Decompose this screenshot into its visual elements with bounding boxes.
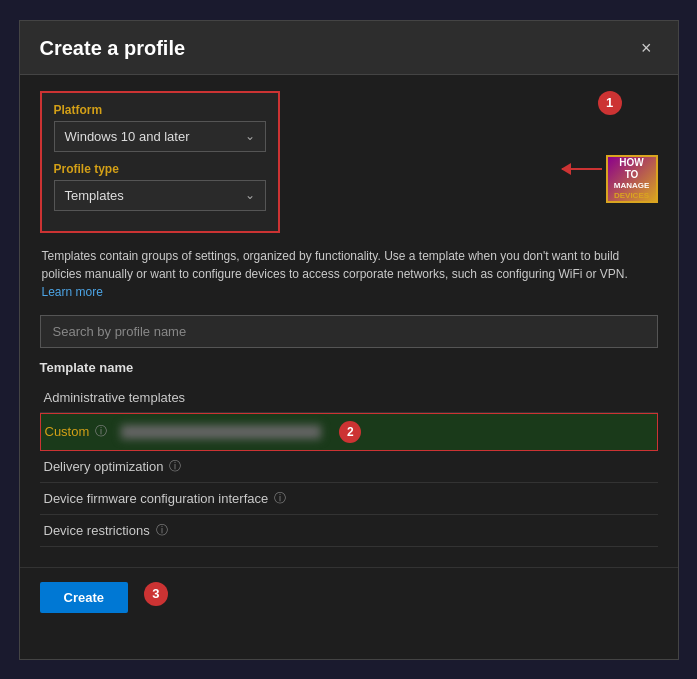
- platform-value: Windows 10 and later: [65, 129, 190, 144]
- restrictions-label: Device restrictions: [44, 523, 150, 538]
- firmware-info-icon: ⓘ: [274, 490, 286, 507]
- firmware-label: Device firmware configuration interface: [44, 491, 269, 506]
- template-item-administrative[interactable]: Administrative templates: [40, 383, 658, 413]
- custom-redacted-content: [121, 425, 321, 439]
- right-annotation-panel: 1 HOW TO MANAGE DEVICES: [280, 91, 658, 203]
- top-area: Platform Windows 10 and later ⌄ Profile …: [40, 91, 658, 233]
- delivery-label: Delivery optimization: [44, 459, 164, 474]
- annotation-1-circle: 1: [598, 91, 622, 115]
- platform-profile-panel: Platform Windows 10 and later ⌄ Profile …: [40, 91, 280, 233]
- profile-type-chevron-icon: ⌄: [245, 188, 255, 202]
- dialog-body: Platform Windows 10 and later ⌄ Profile …: [20, 75, 678, 567]
- create-profile-dialog: Create a profile × Platform Windows 10 a…: [19, 20, 679, 660]
- howto-badge: HOW TO MANAGE DEVICES: [606, 155, 658, 203]
- profile-type-label: Profile type: [54, 162, 266, 176]
- annotation-2-circle: 2: [339, 421, 361, 443]
- platform-dropdown[interactable]: Windows 10 and later ⌄: [54, 121, 266, 152]
- dialog-title: Create a profile: [40, 37, 186, 60]
- howto-line2: MANAGE: [614, 181, 650, 191]
- template-item-restrictions[interactable]: Device restrictions ⓘ: [40, 515, 658, 547]
- template-name-header: Template name: [40, 360, 658, 375]
- description-text: Templates contain groups of settings, or…: [40, 247, 658, 301]
- template-item-label: Administrative templates: [44, 390, 186, 405]
- profile-type-dropdown[interactable]: Templates ⌄: [54, 180, 266, 211]
- dialog-footer: Create 3: [20, 567, 678, 628]
- close-button[interactable]: ×: [635, 37, 658, 59]
- search-input[interactable]: [40, 315, 658, 348]
- custom-label: Custom: [45, 424, 90, 439]
- template-item-firmware[interactable]: Device firmware configuration interface …: [40, 483, 658, 515]
- restrictions-info-icon: ⓘ: [156, 522, 168, 539]
- annotation-arrow-icon: [562, 168, 602, 170]
- template-item-custom[interactable]: Custom ⓘ 2: [40, 413, 658, 451]
- profile-type-value: Templates: [65, 188, 124, 203]
- annotation-3-circle: 3: [144, 582, 168, 606]
- create-button[interactable]: Create: [40, 582, 128, 613]
- platform-label: Platform: [54, 103, 266, 117]
- howto-line3: DEVICES: [614, 191, 649, 201]
- platform-chevron-icon: ⌄: [245, 129, 255, 143]
- template-item-delivery[interactable]: Delivery optimization ⓘ: [40, 451, 658, 483]
- dialog-header: Create a profile ×: [20, 21, 678, 75]
- template-list: Administrative templates Custom ⓘ 2 Deli…: [40, 383, 658, 547]
- delivery-info-icon: ⓘ: [169, 458, 181, 475]
- learn-more-link[interactable]: Learn more: [42, 285, 103, 299]
- custom-info-icon: ⓘ: [95, 423, 107, 440]
- howto-line1: HOW TO: [614, 157, 650, 181]
